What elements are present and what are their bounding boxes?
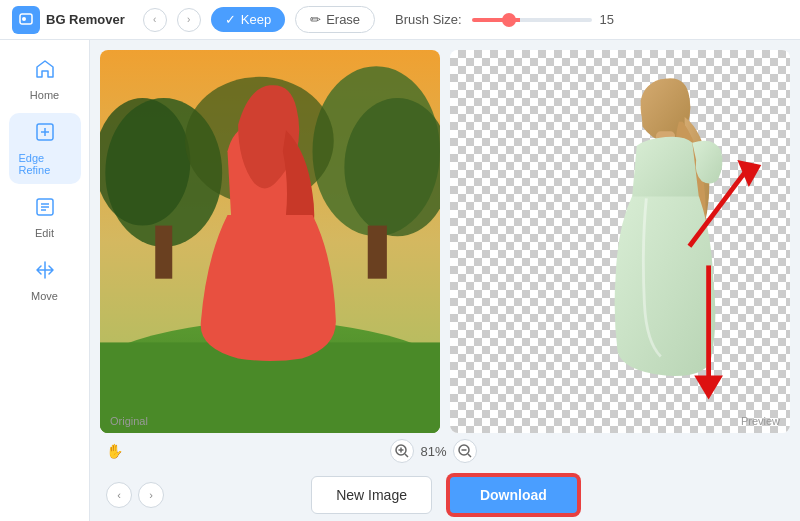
brush-size-value: 15 (600, 12, 624, 27)
nav-arrows: ‹ › (106, 482, 164, 508)
keep-tool-button[interactable]: ✓ Keep (211, 7, 285, 32)
sidebar-item-move[interactable]: Move (9, 251, 81, 310)
main-area: Original (90, 40, 800, 521)
original-image (100, 50, 440, 433)
zoom-out-button[interactable] (453, 439, 477, 463)
next-image-button[interactable]: › (138, 482, 164, 508)
keep-checkmark-icon: ✓ (225, 12, 236, 27)
brush-size-control: 15 (472, 12, 624, 27)
new-image-button[interactable]: New Image (311, 476, 432, 514)
logo-icon (12, 6, 40, 34)
undo-button[interactable]: ‹ (143, 8, 167, 32)
download-button[interactable]: Download (448, 475, 579, 515)
preview-label: Preview (741, 415, 780, 427)
zoom-bar: ✋ 81% (90, 433, 800, 469)
svg-rect-12 (368, 226, 387, 279)
svg-marker-17 (694, 376, 723, 400)
zoom-in-button[interactable] (390, 439, 414, 463)
hand-tool-icon[interactable]: ✋ (106, 443, 123, 459)
sidebar-move-label: Move (31, 290, 58, 302)
svg-marker-19 (737, 160, 761, 187)
zoom-value: 81% (420, 444, 446, 459)
toolbar: BG Remover ‹ › ✓ Keep ✏ Erase Brush Size… (0, 0, 800, 40)
move-icon (34, 259, 56, 286)
sidebar-home-label: Home (30, 89, 59, 101)
brush-size-slider[interactable] (472, 18, 592, 22)
redo-button[interactable]: › (177, 8, 201, 32)
svg-line-26 (468, 454, 471, 457)
svg-point-1 (22, 17, 26, 21)
erase-icon: ✏ (310, 12, 321, 27)
sidebar: Home Edge Refine Edit Move (0, 40, 90, 521)
sidebar-edit-label: Edit (35, 227, 54, 239)
app-logo: BG Remover (12, 6, 125, 34)
brush-size-label: Brush Size: (395, 12, 461, 27)
original-label: Original (110, 415, 148, 427)
edge-refine-icon (34, 121, 56, 148)
sidebar-item-home[interactable]: Home (9, 50, 81, 109)
original-panel: Original (100, 50, 440, 433)
home-icon (34, 58, 56, 85)
sidebar-item-edge-refine[interactable]: Edge Refine (9, 113, 81, 184)
sidebar-edge-refine-label: Edge Refine (19, 152, 71, 176)
sidebar-item-edit[interactable]: Edit (9, 188, 81, 247)
canvas-area: Original (90, 40, 800, 433)
edit-icon (34, 196, 56, 223)
preview-canvas[interactable] (450, 50, 790, 433)
svg-rect-9 (155, 226, 172, 279)
app-title: BG Remover (46, 12, 125, 27)
action-row: ‹ › New Image Download (90, 469, 800, 521)
svg-line-23 (405, 454, 408, 457)
erase-tool-button[interactable]: ✏ Erase (295, 6, 375, 33)
original-canvas[interactable] (100, 50, 440, 433)
preview-panel: Preview (450, 50, 790, 433)
transparent-background (450, 50, 790, 433)
prev-image-button[interactable]: ‹ (106, 482, 132, 508)
zoom-controls: 81% (390, 439, 476, 463)
